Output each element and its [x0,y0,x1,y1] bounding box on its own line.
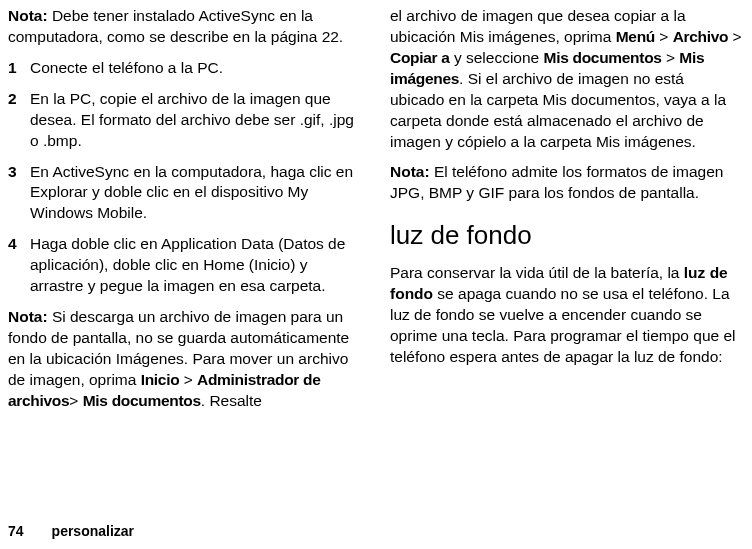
step-1-text: Conecte el teléfono a la PC. [30,58,360,79]
gt-2: > [69,392,82,409]
step-2-num: 2 [8,89,30,152]
note-1-text: Debe tener instalado ActiveSync en la co… [8,7,343,45]
note-2-label: Nota: [8,308,48,325]
step-1: 1 Conecte el teléfono a la PC. [8,58,360,79]
cont-b: y seleccione [450,49,544,66]
steps-list: 1 Conecte el teléfono a la PC. 2 En la P… [8,58,360,297]
gt-3: > [655,28,673,45]
gt-5: > [662,49,680,66]
path-copiar: Copiar a [390,49,450,66]
step-4: 4 Haga doble clic en Application Data (D… [8,234,360,297]
bl-a: Para conservar la vida útil de la baterí… [390,264,684,281]
heading-luz-de-fondo: luz de fondo [390,218,742,253]
step-1-num: 1 [8,58,30,79]
note-2-b: . Resalte [201,392,262,409]
path-misdoc: Mis documentos [83,392,201,409]
step-2: 2 En la PC, copie el archivo de la image… [8,89,360,152]
step-3-num: 3 [8,162,30,225]
backlight-paragraph: Para conservar la vida útil de la baterí… [390,263,742,368]
note-1: Nota: Debe tener instalado ActiveSync en… [8,6,360,48]
gt-4: > [728,28,741,45]
page-number: 74 [8,523,24,539]
left-column: Nota: Debe tener instalado ActiveSync en… [8,6,360,422]
note-3-text: El teléfono admite los formatos de image… [390,163,723,201]
bl-b: se apaga cuando no se usa el teléfono. L… [390,285,736,365]
path-inicio: Inicio [141,371,180,388]
step-3-text: En ActiveSync en la computadora, haga cl… [30,162,360,225]
step-3: 3 En ActiveSync en la computadora, haga … [8,162,360,225]
gt-1: > [179,371,197,388]
note-3: Nota: El teléfono admite los formatos de… [390,162,742,204]
path-archivo: Archivo [673,28,729,45]
section-name: personalizar [52,523,134,539]
step-4-text: Haga doble clic en Application Data (Dat… [30,234,360,297]
right-column: el archivo de imagen que desea copiar a … [390,6,742,422]
note-2-continued: el archivo de imagen que desea copiar a … [390,6,742,152]
page-footer: 74personalizar [8,522,134,541]
note-2: Nota: Si descarga un archivo de imagen p… [8,307,360,412]
path-misdoc2: Mis documentos [544,49,662,66]
step-4-num: 4 [8,234,30,297]
note-1-label: Nota: [8,7,48,24]
step-2-text: En la PC, copie el archivo de la imagen … [30,89,360,152]
path-menu: Menú [616,28,655,45]
page-columns: Nota: Debe tener instalado ActiveSync en… [8,6,742,422]
note-3-label: Nota: [390,163,430,180]
